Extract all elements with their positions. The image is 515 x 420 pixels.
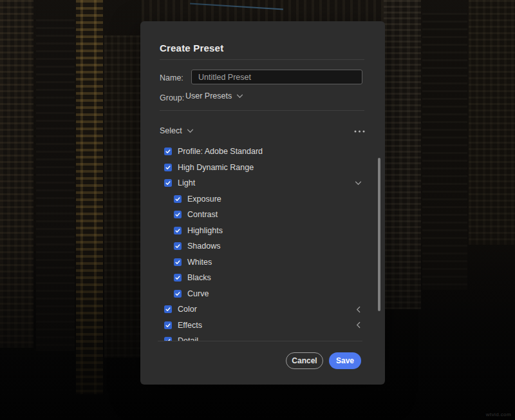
chevron-left-icon[interactable]: [355, 307, 362, 312]
option-row-whites[interactable]: Whites: [140, 254, 385, 271]
option-row-curve[interactable]: Curve: [140, 286, 385, 302]
option-label: Blacks: [187, 273, 211, 282]
divider: [160, 110, 364, 111]
chevron-down-icon: [236, 94, 243, 99]
option-row-profile-adobe-standard[interactable]: Profile: Adobe Standard: [140, 144, 385, 160]
divider: [160, 59, 364, 60]
option-row-detail[interactable]: Detail: [140, 333, 385, 341]
preset-name-input[interactable]: [191, 70, 362, 84]
checked-checkbox-icon[interactable]: [174, 227, 182, 234]
option-label: Light: [178, 178, 195, 187]
option-label: Profile: Adobe Standard: [178, 147, 263, 156]
option-label: Exposure: [187, 195, 221, 204]
checked-checkbox-icon[interactable]: [174, 242, 182, 250]
preset-options-list: Profile: Adobe StandardHigh Dynamic Rang…: [140, 144, 385, 341]
group-selected-value: User Presets: [185, 91, 232, 100]
scrollbar-thumb[interactable]: [378, 158, 380, 311]
create-preset-dialog: Create Preset Name: Group: User Presets …: [140, 21, 385, 385]
checked-checkbox-icon[interactable]: [164, 148, 172, 155]
chevron-down-icon[interactable]: [355, 181, 362, 186]
save-button[interactable]: Save: [329, 352, 361, 369]
option-label: Detail: [178, 336, 198, 341]
option-row-shadows[interactable]: Shadows: [140, 238, 385, 254]
option-row-high-dynamic-range[interactable]: High Dynamic Range: [140, 160, 385, 176]
checked-checkbox-icon[interactable]: [164, 321, 172, 329]
chevron-down-icon: [187, 129, 194, 133]
option-label: Contrast: [187, 210, 218, 219]
dialog-footer: Cancel Save: [286, 352, 361, 369]
checked-checkbox-icon[interactable]: [164, 179, 172, 187]
more-options-icon[interactable]: [353, 128, 365, 135]
group-label: Group:: [160, 93, 184, 102]
checked-checkbox-icon[interactable]: [174, 258, 182, 266]
checked-checkbox-icon[interactable]: [174, 290, 182, 298]
group-select-dropdown[interactable]: User Presets: [185, 91, 243, 100]
divider: [158, 341, 362, 341]
option-row-exposure[interactable]: Exposure: [140, 191, 385, 207]
option-row-effects[interactable]: Effects: [140, 318, 385, 334]
option-row-color[interactable]: Color: [140, 301, 385, 318]
chevron-left-icon[interactable]: [355, 323, 362, 327]
checked-checkbox-icon[interactable]: [164, 164, 172, 171]
checked-checkbox-icon[interactable]: [174, 195, 182, 203]
option-label: Curve: [187, 289, 209, 298]
option-label: Color: [178, 305, 197, 314]
select-dropdown[interactable]: Select: [160, 126, 194, 135]
select-label: Select: [160, 126, 182, 135]
cancel-button[interactable]: Cancel: [286, 352, 323, 369]
dialog-title: Create Preset: [160, 43, 223, 53]
option-row-contrast[interactable]: Contrast: [140, 207, 385, 223]
option-label: Shadows: [187, 242, 220, 251]
option-row-blacks[interactable]: Blacks: [140, 270, 385, 286]
option-label: Whites: [187, 258, 212, 267]
option-row-highlights[interactable]: Highlights: [140, 223, 385, 239]
watermark: wtvid.com: [486, 412, 511, 417]
name-label: Name:: [160, 73, 183, 82]
option-label: Effects: [178, 321, 202, 330]
checked-checkbox-icon[interactable]: [174, 211, 182, 218]
option-label: Highlights: [187, 226, 223, 235]
checked-checkbox-icon[interactable]: [164, 305, 172, 313]
option-row-light[interactable]: Light: [140, 175, 385, 191]
checked-checkbox-icon[interactable]: [174, 274, 182, 282]
option-label: High Dynamic Range: [178, 163, 254, 172]
